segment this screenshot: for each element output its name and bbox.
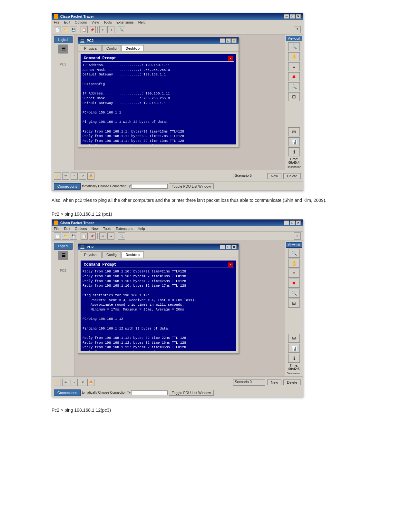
scenario-select-1[interactable]: Scenario 5	[233, 173, 265, 179]
menu-extensions-2[interactable]: Extensions	[116, 227, 133, 231]
bottom-icon-10[interactable]: 🔥	[87, 379, 94, 386]
bottom-scrollbar-2[interactable]	[131, 390, 168, 395]
close-button-2[interactable]: ✕	[296, 221, 301, 225]
new-button-1[interactable]: New	[267, 173, 281, 179]
bottom-icon-3[interactable]: •	[71, 172, 78, 180]
menu-edit-2[interactable]: Edit	[64, 227, 70, 231]
tab-desktop-1[interactable]: Desktop	[122, 45, 144, 51]
delete-tool-2[interactable]: ✖	[288, 279, 300, 288]
logical-button-1[interactable]: Logical	[54, 36, 73, 43]
minimize-button-2[interactable]: ─	[284, 221, 289, 225]
toolbar-open-1[interactable]: 📂	[62, 26, 69, 33]
maximize-button-2[interactable]: □	[290, 221, 295, 225]
scenario-select-2[interactable]: Scenario 0	[233, 379, 265, 386]
pdu-button-2[interactable]: Toggle PDU List Window	[169, 390, 214, 396]
tab-physical-2[interactable]: Physical	[80, 251, 102, 258]
mail-tool-1[interactable]: ✉	[288, 127, 300, 136]
menu-tools-2[interactable]: Tools	[103, 227, 112, 231]
toolbar-open-2[interactable]: 📂	[62, 232, 69, 240]
cmd-close-2[interactable]: ✕	[228, 262, 233, 267]
pc2-close-1[interactable]: ✕	[231, 38, 237, 43]
connections-button-2[interactable]: Connections	[54, 389, 81, 396]
toolbar-zoom-1[interactable]: 🔍	[118, 26, 125, 33]
toolbar-save-2[interactable]: 💾	[70, 232, 77, 240]
menu-new-2[interactable]: New	[92, 227, 99, 231]
toolbar-redo-1[interactable]: ↪	[107, 26, 114, 33]
menu-file-1[interactable]: File	[54, 20, 60, 24]
menu-help-2[interactable]: Help	[138, 227, 145, 231]
zoom-tool-2[interactable]: 🔍	[288, 249, 300, 258]
pc2-minimize-1[interactable]: ─	[220, 38, 225, 43]
minimize-button-1[interactable]: ─	[284, 14, 289, 19]
mail-tool-2[interactable]: ✉	[288, 334, 300, 343]
menu-help-1[interactable]: Help	[138, 20, 146, 24]
viewport-button-2[interactable]: Viewport	[286, 242, 302, 248]
toolbar-undo-2[interactable]: ↩	[99, 232, 106, 240]
menu-edit-1[interactable]: Edit	[64, 20, 70, 24]
pdu-button-1[interactable]: Toggle PDU List Window	[169, 183, 214, 189]
delete-button-2[interactable]: Delete	[283, 379, 301, 385]
menu-extensions-1[interactable]: Extensions	[116, 20, 134, 24]
bottom-icon-4[interactable]: ↗	[79, 172, 86, 180]
search-tool-1[interactable]: 🔍	[288, 82, 300, 91]
toolbar-zoom-2[interactable]: 🔍	[118, 232, 125, 240]
bottom-icon-2[interactable]: ✏	[62, 172, 69, 180]
pc2-maximize-1[interactable]: □	[226, 38, 231, 43]
pc2-close-2[interactable]: ✕	[231, 245, 237, 249]
tab-config-2[interactable]: Config	[102, 251, 121, 258]
menu-file-2[interactable]: File	[54, 227, 60, 231]
chart-tool-1[interactable]: 📊	[288, 137, 300, 146]
viewport-button-1[interactable]: Viewport	[286, 36, 302, 41]
menu-view-1[interactable]: View	[92, 20, 99, 24]
info-tool-2[interactable]: ℹ	[288, 354, 300, 363]
bottom-icon-8[interactable]: •	[71, 379, 78, 386]
grid-tool-2[interactable]: ⊞	[288, 299, 300, 308]
chart-tool-2[interactable]: 📊	[288, 344, 300, 353]
delete-button-1[interactable]: Delete	[283, 173, 301, 179]
grid-tool-1[interactable]: ⊞	[288, 92, 300, 101]
toolbar-new-2[interactable]: 📄	[54, 232, 61, 240]
tab-physical-1[interactable]: Physical	[80, 45, 102, 51]
bottom-icon-1[interactable]: ⚡	[54, 172, 61, 180]
maximize-button-1[interactable]: □	[290, 14, 295, 19]
delete-tool-1[interactable]: ✖	[288, 72, 300, 81]
hand-tool-2[interactable]: ✋	[288, 259, 300, 268]
bottom-icon-6[interactable]: ⚡	[54, 379, 61, 386]
toolbar-redo-2[interactable]: ↪	[107, 232, 114, 240]
toolbar-copy-1[interactable]: 📋	[81, 26, 88, 33]
info-tool-1[interactable]: ℹ	[288, 147, 300, 156]
new-button-2[interactable]: New	[267, 379, 281, 385]
bottom-icon-9[interactable]: ↗	[79, 379, 86, 386]
bottom-scroll-2: tomatically Choose Connection Ty	[82, 390, 168, 395]
toolbar-undo-1[interactable]: ↩	[99, 26, 106, 33]
toolbar-paste-1[interactable]: 📌	[89, 26, 96, 33]
toolbar-help-1[interactable]: ?	[294, 26, 301, 33]
bottom-icon-5[interactable]: 🔥	[87, 172, 94, 180]
logical-button-2[interactable]: Logical	[54, 243, 73, 250]
menu-tools-1[interactable]: Tools	[103, 20, 112, 24]
bottom-scrollbar-1[interactable]	[131, 184, 168, 189]
tab-desktop-2[interactable]: Desktop	[122, 251, 144, 258]
zoom-tool-1[interactable]: 🔍	[288, 42, 300, 51]
info-icon-1: ℹ	[293, 149, 295, 154]
list-tool-1[interactable]: ≡	[288, 62, 300, 71]
tab-config-1[interactable]: Config	[102, 45, 121, 51]
cmd-close-1[interactable]: ✕	[228, 56, 233, 61]
toolbar-save-1[interactable]: 💾	[70, 26, 77, 33]
toolbar-paste-2[interactable]: 📌	[89, 232, 96, 240]
cmd-line: Default Gateway.............: 198.168.1.…	[83, 72, 234, 77]
close-button-1[interactable]: ✕	[296, 14, 301, 19]
bottom-icons-2: ⚡ ✏ • ↗ 🔥	[54, 379, 94, 386]
list-tool-2[interactable]: ≡	[288, 269, 300, 278]
pc2-maximize-2[interactable]: □	[226, 245, 231, 249]
menu-options-1[interactable]: Options	[75, 20, 87, 24]
toolbar-copy-2[interactable]: 📋	[81, 232, 88, 240]
toolbar-new-1[interactable]: 📄	[54, 26, 61, 33]
pc2-minimize-2[interactable]: ─	[220, 245, 225, 249]
search-tool-2[interactable]: 🔍	[288, 289, 300, 298]
menu-options-2[interactable]: Options	[75, 227, 87, 231]
bottom-icon-7[interactable]: ✏	[62, 379, 69, 386]
connections-button-1[interactable]: Connections	[54, 183, 81, 190]
toolbar-help-2[interactable]: ?	[294, 232, 301, 240]
hand-tool-1[interactable]: ✋	[288, 52, 300, 61]
